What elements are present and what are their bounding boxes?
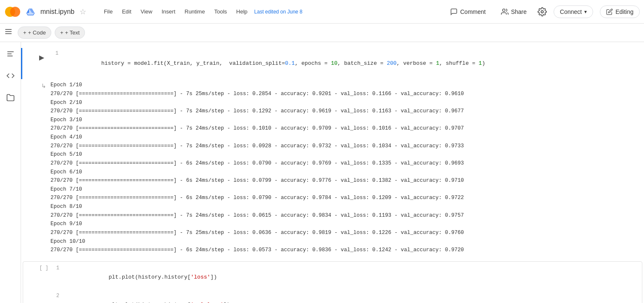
left-sidebar xyxy=(0,42,21,303)
line-num-2-2: 2 xyxy=(53,292,59,299)
cell-2-line-2[interactable]: plt.plot(history.history['val_loss']) xyxy=(63,291,638,303)
settings-icon[interactable] xyxy=(538,7,547,16)
notebook-area: ▶ 1 history = model.fit(X_train, y_train… xyxy=(21,42,644,303)
code-cell-2[interactable]: [ ] 1 plt.plot(history.history['loss']) … xyxy=(23,261,642,303)
output-line-18: 270/270 [==============================]… xyxy=(50,229,640,237)
sidebar-code-icon[interactable] xyxy=(3,68,18,83)
output-line-6: 270/270 [==============================]… xyxy=(50,124,640,133)
add-text-button[interactable]: + + Text xyxy=(55,27,85,39)
share-button[interactable]: Share xyxy=(497,5,531,18)
svg-point-1 xyxy=(10,7,20,17)
colab-logo[interactable] xyxy=(4,3,21,20)
line-num-2-1: 1 xyxy=(53,264,59,271)
output-gutter-1: ↳ xyxy=(25,81,50,89)
line-num-1: 1 xyxy=(52,50,58,56)
output-line-11: Epoch 6/10 xyxy=(50,168,640,177)
star-icon[interactable]: ☆ xyxy=(80,7,86,16)
output-line-5: Epoch 3/10 xyxy=(50,116,640,125)
left-sidebar-toggle[interactable] xyxy=(4,27,13,38)
comment-icon xyxy=(450,8,458,16)
topbar: mnist.ipynb ☆ File Edit View Insert Runt… xyxy=(0,0,644,24)
code-cell-1[interactable]: ▶ 1 history = model.fit(X_train, y_train… xyxy=(21,48,644,79)
output-arrow-icon: ↳ xyxy=(41,82,46,89)
output-line-12: 270/270 [==============================]… xyxy=(50,176,640,185)
comment-button[interactable]: Comment xyxy=(446,5,490,18)
svg-point-3 xyxy=(541,11,543,13)
output-line-9: Epoch 5/10 xyxy=(50,150,640,159)
code-cell2-line1: plt.plot(history.history['loss']) xyxy=(63,274,217,290)
sidebar-files-icon[interactable] xyxy=(3,90,18,105)
pencil-icon xyxy=(606,8,613,15)
add-code-icon: + xyxy=(23,29,27,36)
hamburger-icon xyxy=(4,27,13,36)
output-line-7: Epoch 4/10 xyxy=(50,133,640,142)
add-code-label: + Code xyxy=(28,29,46,36)
editing-button[interactable]: Editing xyxy=(600,5,640,18)
menu-help[interactable]: Help xyxy=(232,7,252,16)
menu-bar: File Edit View Insert Runtime Tools Help… xyxy=(100,7,302,16)
comment-label: Comment xyxy=(460,8,486,15)
drive-icon xyxy=(26,7,35,16)
menu-view[interactable]: View xyxy=(136,7,156,16)
cell-1-code[interactable]: history = model.fit(X_train, y_train, va… xyxy=(62,50,640,77)
connect-label: Connect xyxy=(560,8,582,15)
svg-point-2 xyxy=(502,9,505,11)
menu-file[interactable]: File xyxy=(100,7,117,16)
output-line-17: Epoch 9/10 xyxy=(50,220,640,229)
share-icon xyxy=(501,8,509,16)
menu-insert[interactable]: Insert xyxy=(157,7,180,16)
notebook-title[interactable]: mnist.ipynb xyxy=(40,8,74,16)
cell-2-gutter: [ ] xyxy=(27,263,53,271)
connect-button[interactable]: Connect ▾ xyxy=(554,5,593,18)
menu-runtime[interactable]: Runtime xyxy=(180,7,209,16)
output-line-19: Epoch 10/10 xyxy=(50,237,640,246)
output-line-14: 270/270 [==============================]… xyxy=(50,194,640,202)
last-edited-label[interactable]: Last edited on June 8 xyxy=(254,9,302,15)
output-line-10: 270/270 [==============================]… xyxy=(50,159,640,168)
share-label: Share xyxy=(511,8,527,15)
sidebar-toc-icon[interactable] xyxy=(3,46,18,61)
cell-1-output: Epoch 1/10 270/270 [====================… xyxy=(50,81,640,255)
run-button-1[interactable]: ▶ xyxy=(36,51,48,63)
output-line-15: Epoch 8/10 xyxy=(50,202,640,211)
menu-tools[interactable]: Tools xyxy=(210,7,231,16)
code-line-1: history = model.fit(X_train, y_train, va… xyxy=(62,60,485,76)
output-line-13: Epoch 7/10 xyxy=(50,185,640,194)
output-line-1: Epoch 1/10 xyxy=(50,81,640,90)
main-layout: ▶ 1 history = model.fit(X_train, y_train… xyxy=(0,42,644,303)
cell-2-line-1[interactable]: plt.plot(history.history['loss']) xyxy=(63,263,638,291)
connect-chevron-icon: ▾ xyxy=(584,9,587,15)
topbar-right: Comment Share Connect ▾ Editing xyxy=(446,5,640,18)
output-line-8: 270/270 [==============================]… xyxy=(50,142,640,151)
add-code-button[interactable]: + + Code xyxy=(18,27,51,39)
output-line-2: 270/270 [==============================]… xyxy=(50,90,640,98)
empty-bracket: [ ] xyxy=(39,265,48,271)
second-toolbar: + + Code + + Text xyxy=(0,24,644,42)
output-line-3: Epoch 2/10 xyxy=(50,98,640,107)
cell-1-output-area: ↳ Epoch 1/10 270/270 [==================… xyxy=(21,81,644,256)
editing-label: Editing xyxy=(615,8,633,15)
output-line-4: 270/270 [==============================]… xyxy=(50,107,640,116)
output-line-16: 270/270 [==============================]… xyxy=(50,211,640,220)
add-text-icon: + xyxy=(60,29,64,36)
output-line-20: 270/270 [==============================]… xyxy=(50,246,640,255)
add-text-label: + Text xyxy=(65,29,80,36)
cell-1-gutter: ▶ xyxy=(27,50,52,63)
menu-edit[interactable]: Edit xyxy=(118,7,135,16)
